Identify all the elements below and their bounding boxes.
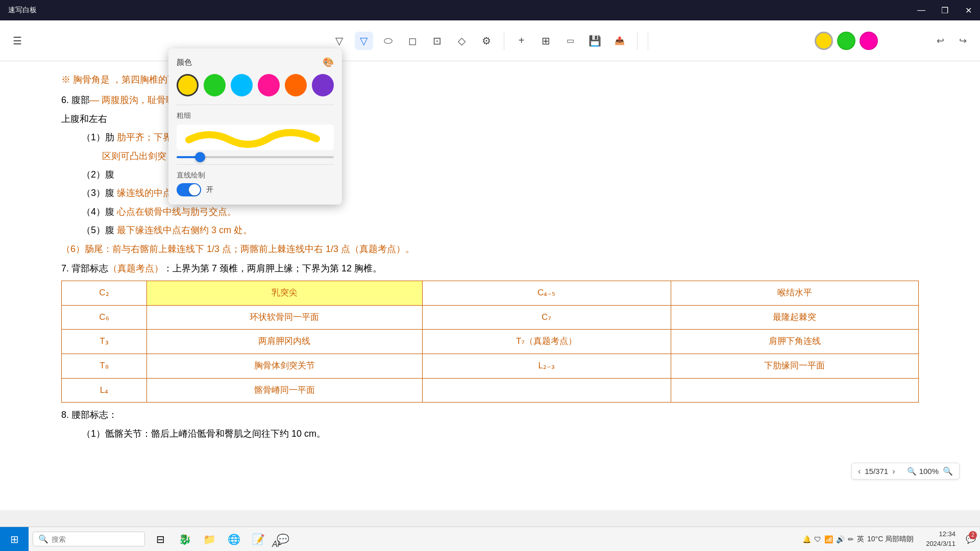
table-cell: C₂: [62, 281, 147, 306]
notification-icon[interactable]: 🔔: [802, 535, 811, 543]
search-input[interactable]: [52, 535, 141, 543]
eraser-tool-button[interactable]: ◻: [404, 32, 422, 50]
table-cell: L₂₋₃: [422, 354, 671, 379]
table-cell: 喉结水平: [671, 281, 919, 306]
notification-button[interactable]: 💬 2: [962, 527, 980, 552]
start-icon: ⊞: [10, 533, 19, 545]
palette-orange[interactable]: [285, 74, 307, 96]
network-icon[interactable]: 📶: [824, 535, 833, 543]
select-tool-button[interactable]: ⊡: [428, 32, 447, 50]
sub6-content: （6）肠尾：前与右髂前上棘连线下 1/3 点；两髂前上棘连线中右 1/3 点（真…: [61, 244, 414, 254]
sub5-prefix: （5）腹: [82, 225, 114, 235]
sub4-content: 心点在锁骨中线与肋弓交点。: [117, 207, 236, 217]
toggle-knob: [189, 184, 200, 195]
taskbar-right-area: 🔔 🛡 📶 🔊 ✏ 英 10°C 局部晴朗 12:34 2024/3/11 💬 …: [796, 527, 980, 552]
table-cell: C₇: [422, 305, 671, 330]
undo-redo-area: ↩ ↪: [931, 32, 972, 50]
pen-tool-button[interactable]: ▽: [330, 32, 349, 50]
palette-cyan[interactable]: [231, 74, 253, 96]
add-button[interactable]: +: [512, 32, 531, 50]
task-view-button[interactable]: ⊟: [149, 528, 172, 550]
close-button[interactable]: ✕: [957, 0, 980, 20]
grid-button[interactable]: ⊞: [537, 32, 555, 50]
table-cell: 环状软骨同一平面: [146, 305, 422, 330]
clock-display[interactable]: 12:34 2024/3/11: [920, 528, 962, 550]
sub5-row: （5）腹 最下缘连线中点右侧约 3 cm 处。: [61, 222, 919, 238]
section7-exam: （真题考点）: [108, 263, 163, 273]
zoom-level: 🔍 100%: [907, 467, 939, 476]
total-pages: 371: [875, 467, 888, 475]
pen-icon[interactable]: ✏: [848, 535, 854, 543]
straight-line-toggle[interactable]: [177, 183, 201, 196]
title-bar: 速写白板 — ❐ ✕: [0, 0, 980, 20]
table-cell: T₃: [62, 330, 147, 354]
sub4-row: （4）腹 心点在锁骨中线与肋弓交点。: [61, 204, 919, 220]
next-page-button[interactable]: ›: [892, 467, 895, 476]
shape-tool-button[interactable]: ⬭: [379, 32, 398, 50]
start-button[interactable]: ⊞: [0, 527, 29, 552]
table-row: C₂ 乳突尖 C₄₋₅ 喉结水平: [62, 281, 919, 306]
section6-row2-text: 上腹和左右: [61, 114, 107, 124]
color-magenta[interactable]: [860, 32, 878, 50]
system-icons: 🔔 🛡 📶 🔊 ✏ 英 10°C 局部晴朗: [796, 535, 920, 544]
tablet-button[interactable]: ▭: [561, 32, 580, 50]
app-title: 速写白板: [8, 6, 37, 15]
thickness-slider-track[interactable]: [177, 156, 334, 158]
section7-title: 7. 背部标志: [61, 263, 108, 273]
export-button[interactable]: 📤: [610, 32, 629, 50]
menu-button[interactable]: ☰: [8, 32, 27, 50]
file-explorer-icon[interactable]: 📁: [198, 528, 220, 550]
page-navigation: ‹ 15/371 › 🔍 100% 🔍: [851, 463, 960, 480]
palette-purple[interactable]: [312, 74, 334, 96]
table-cell: 胸骨体剑突关节: [146, 354, 422, 379]
anatomy-table: C₂ 乳突尖 C₄₋₅ 喉结水平 C₆ 环状软骨同一平面 C₇ 最隆起棘突 T₃…: [61, 281, 919, 403]
palette-magenta[interactable]: [258, 74, 280, 96]
notification-badge: 2: [969, 531, 977, 539]
search-bar[interactable]: 🔍: [33, 532, 145, 546]
section7-rest: ：上界为第 7 颈椎，两肩胛上缘；下界为第 12 胸椎。: [163, 263, 382, 273]
palette-green[interactable]: [204, 74, 226, 96]
table-cell: T₈: [62, 354, 147, 379]
prev-page-button[interactable]: ‹: [858, 467, 861, 476]
ai-label: Ai: [259, 520, 292, 551]
thickness-label: 粗细: [177, 111, 334, 120]
highlighter-tool-button[interactable]: ▽: [355, 32, 373, 50]
search-icon: 🔍: [38, 534, 48, 544]
slider-thumb[interactable]: [195, 152, 205, 162]
sub1-prefix: （1）肋: [82, 132, 114, 142]
volume-icon[interactable]: 🔊: [836, 535, 845, 543]
settings-tool-button[interactable]: ⚙: [477, 32, 496, 50]
table-row: T₈ 胸骨体剑突关节 L₂₋₃ 下肋缘同一平面: [62, 354, 919, 379]
divider-2: [177, 164, 334, 165]
maximize-button[interactable]: ❐: [933, 0, 957, 20]
fill-tool-button[interactable]: ◇: [453, 32, 471, 50]
save-button[interactable]: 💾: [586, 32, 604, 50]
table-cell: 肩胛下角连线: [671, 330, 919, 354]
zoom-button[interactable]: 🔍: [943, 466, 953, 476]
dragon-app-icon[interactable]: 🐉: [174, 528, 196, 550]
sub5-content: 最下缘连线中点右侧约 3 cm 处。: [117, 225, 252, 235]
lang-icon[interactable]: 英: [857, 535, 864, 544]
clock-time: 12:34: [926, 530, 955, 539]
toolbar-separator-1: [504, 32, 504, 50]
table-cell: 下肋缘同一平面: [671, 354, 919, 379]
current-page: 15: [865, 467, 873, 475]
table-row: L₄ 髂骨嵴同一平面: [62, 378, 919, 403]
palette-icon[interactable]: 🎨: [323, 57, 334, 68]
table-cell: 髂骨嵴同一平面: [146, 378, 422, 403]
table-cell: L₄: [62, 378, 147, 403]
security-icon[interactable]: 🛡: [814, 535, 821, 543]
color-picker-popup: 颜色 🎨 粗细 直线绘制 开: [168, 48, 342, 205]
color-yellow[interactable]: [815, 32, 833, 50]
undo-button[interactable]: ↩: [931, 32, 949, 50]
section8-title: 8. 腰部标志：: [61, 410, 117, 420]
taskbar: ⊞ 🔍 ⊟ 🐉 📁 🌐 📝 💬 Ai 🔔 🛡 📶 🔊 ✏ 英 10°C 局部晴朗…: [0, 527, 980, 551]
color-green[interactable]: [837, 32, 855, 50]
straight-line-label: 直线绘制: [177, 171, 334, 180]
edge-browser-icon[interactable]: 🌐: [223, 528, 245, 550]
palette-yellow[interactable]: [177, 74, 199, 96]
minimize-button[interactable]: —: [910, 0, 933, 20]
page-info: 15/371: [865, 467, 888, 475]
redo-button[interactable]: ↪: [953, 32, 972, 50]
table-cell: [671, 378, 919, 403]
